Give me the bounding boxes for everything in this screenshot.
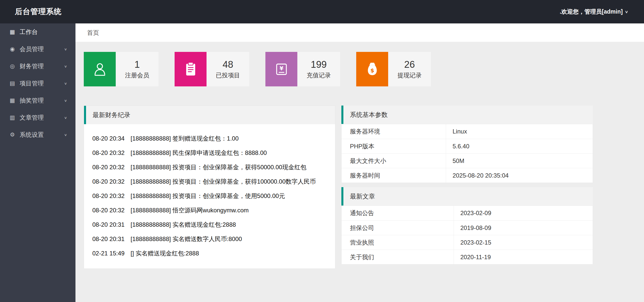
stat-value: 199 (311, 59, 327, 70)
sidebar-item-projects[interactable]: ▤ 项目管理 ∨ (0, 75, 75, 92)
finance-record-row: 08-20 20:32 [18888888888] 投资项目：创业保障基金，使用… (84, 189, 335, 203)
param-label: 服务器环境 (342, 124, 446, 139)
record-text: [18888888888] 投资项目：创业保障基金，获得50000.00现金红包 (131, 163, 306, 171)
clipboard-icon (175, 52, 207, 86)
chevron-down-icon: ∨ (64, 81, 67, 86)
table-row: 营业执照 2023-02-15 (342, 235, 593, 250)
record-time: 08-20 20:31 (92, 221, 131, 228)
table-row: 服务器时间 2025-08-20 20:35:04 (342, 168, 593, 183)
record-text: [18888888888] 悟空源码网wukongymw.com (131, 206, 249, 214)
record-time: 08-20 20:31 (92, 236, 131, 243)
sidebar-item-articles[interactable]: ▥ 文章管理 ∨ (0, 109, 75, 126)
sidebar-item-label: 工作台 (20, 28, 38, 36)
finance-record-row: 02-21 15:49 [] 实名赠送现金红包:2888 (84, 246, 335, 260)
table-row: 担保公司 2019-08-09 (342, 220, 593, 235)
main-area: 首页 1 注册会员 (75, 23, 644, 302)
chevron-down-icon: ∨ (64, 98, 67, 103)
sidebar-item-settings[interactable]: ⚙ 系统设置 ∨ (0, 126, 75, 143)
latest-articles-table: 通知公告 2023-02-09 担保公司 2019-08-09 营业执照 202… (341, 206, 593, 264)
finance-panel-title: 最新财务纪录 (84, 106, 335, 124)
article-title[interactable]: 营业执照 (342, 235, 454, 250)
finance-record-row: 08-20 20:32 [18888888888] 悟空源码网wukongymw… (84, 203, 335, 217)
settings-icon: ⚙ (8, 131, 16, 138)
stat-info: 1 注册会员 (116, 52, 158, 86)
article-title[interactable]: 担保公司 (342, 221, 454, 235)
stat-card-registered-members[interactable]: 1 注册会员 (84, 52, 158, 86)
admin-dashboard: 后台管理系统 .欢迎您，管理员[admin] ∨ ▦ 工作台 ◉ 会员管理 ∨ … (0, 0, 644, 302)
record-time: 08-20 20:32 (92, 164, 131, 171)
chevron-down-icon: ∨ (64, 47, 67, 51)
record-time: 08-20 20:32 (92, 149, 131, 156)
sidebar-item-lottery[interactable]: ▦ 抽奖管理 ∨ (0, 92, 75, 109)
lottery-icon: ▦ (8, 97, 16, 104)
finance-record-row: 08-20 20:31 [18888888888] 实名赠送数字人民币:8000 (84, 232, 335, 246)
stat-label: 注册会员 (125, 71, 149, 79)
system-params-panel: 系统基本参数 服务器环境 Linux PHP版本 5.6.40 (341, 106, 593, 183)
stat-label: 充值记录 (307, 71, 331, 79)
finance-record-row: 08-20 20:32 [18888888888] 投资项目：创业保障基金，获得… (84, 160, 335, 174)
param-value: Linux (446, 124, 593, 139)
sidebar-item-label: 文章管理 (20, 114, 44, 122)
stat-value: 1 (134, 59, 140, 70)
finance-record-row: 08-20 20:32 [18888888888] 投资项目：创业保障基金，获得… (84, 174, 335, 189)
stat-card-recharge-records[interactable]: ¥ 199 充值记录 (265, 52, 340, 86)
sidebar-item-label: 抽奖管理 (20, 96, 44, 105)
stat-info: 26 提现记录 (388, 52, 431, 86)
sidebar: ▦ 工作台 ◉ 会员管理 ∨ ◎ 财务管理 ∨ ▤ 项目管理 ∨ ▦ 抽奖管理 … (0, 23, 75, 302)
recharge-icon: ¥ (265, 52, 297, 86)
chevron-down-icon: ∨ (625, 10, 628, 14)
param-label: 最大文件大小 (342, 154, 446, 168)
latest-articles-panel: 最新文章 通知公告 2023-02-09 担保公司 2019-08-09 (341, 187, 593, 264)
record-text: [18888888888] 投资项目：创业保障基金，获得100000.00数字人… (131, 178, 316, 186)
article-date: 2020-11-19 (454, 250, 593, 264)
record-time: 08-20 20:32 (92, 178, 131, 185)
table-row: 关于我们 2020-11-19 (342, 250, 593, 264)
chevron-down-icon: ∨ (64, 116, 67, 120)
svg-text:¥: ¥ (279, 65, 284, 72)
sidebar-item-finance[interactable]: ◎ 财务管理 ∨ (0, 58, 75, 75)
table-row: 服务器环境 Linux (342, 124, 593, 139)
latest-articles-title: 最新文章 (341, 187, 593, 206)
sidebar-item-label: 系统设置 (20, 131, 44, 139)
record-time: 08-20 20:34 (92, 135, 131, 142)
system-params-table: 服务器环境 Linux PHP版本 5.6.40 最大文件大小 50M (341, 124, 593, 183)
param-value: 50M (446, 154, 593, 168)
stats-row: 1 注册会员 48 (84, 52, 644, 86)
param-value: 5.6.40 (446, 139, 593, 153)
sidebar-item-label: 项目管理 (20, 79, 44, 87)
sidebar-item-label: 会员管理 (20, 45, 44, 53)
record-text: [] 实名赠送现金红包:2888 (131, 249, 199, 257)
workbench-icon: ▦ (8, 29, 16, 35)
svg-text:$: $ (370, 67, 374, 74)
members-icon: ◉ (8, 46, 16, 52)
sidebar-item-label: 财务管理 (20, 62, 44, 70)
stat-card-withdraw-records[interactable]: $ 26 提现记录 (356, 52, 431, 86)
panels-row: 最新财务纪录 08-20 20:34 [18888888888] 签到赠送现金红… (84, 106, 644, 269)
finance-records-panel: 最新财务纪录 08-20 20:34 [18888888888] 签到赠送现金红… (84, 106, 335, 269)
sidebar-item-members[interactable]: ◉ 会员管理 ∨ (0, 41, 75, 58)
table-row: 最大文件大小 50M (342, 153, 593, 168)
stat-label: 提现记录 (397, 71, 422, 79)
breadcrumb-home-link[interactable]: 首页 (87, 29, 99, 37)
chevron-down-icon: ∨ (64, 64, 67, 69)
stat-info: 199 充值记录 (297, 52, 340, 86)
breadcrumb: 首页 (75, 23, 644, 42)
finance-records-list: 08-20 20:34 [18888888888] 签到赠送现金红包：1.00 … (84, 124, 335, 269)
finance-icon: ◎ (8, 63, 16, 70)
article-date: 2023-02-09 (454, 206, 593, 220)
article-title[interactable]: 通知公告 (342, 206, 454, 220)
app-title: 后台管理系统 (15, 7, 62, 17)
param-label: PHP版本 (342, 139, 446, 153)
user-menu[interactable]: .欢迎您，管理员[admin] ∨ (560, 8, 628, 16)
sidebar-item-workbench[interactable]: ▦ 工作台 (0, 23, 75, 41)
record-text: [18888888888] 实名赠送数字人民币:8000 (131, 235, 242, 243)
chevron-down-icon: ∨ (64, 133, 67, 137)
stat-card-invested-projects[interactable]: 48 已投项目 (175, 52, 249, 86)
projects-icon: ▤ (8, 80, 16, 87)
record-time: 08-20 20:32 (92, 207, 131, 214)
stat-value: 26 (404, 59, 415, 70)
param-value: 2025-08-20 20:35:04 (446, 168, 593, 183)
user-icon (84, 52, 116, 86)
article-title[interactable]: 关于我们 (342, 250, 454, 264)
record-text: [18888888888] 投资项目：创业保障基金，使用5000.00元 (131, 192, 285, 200)
